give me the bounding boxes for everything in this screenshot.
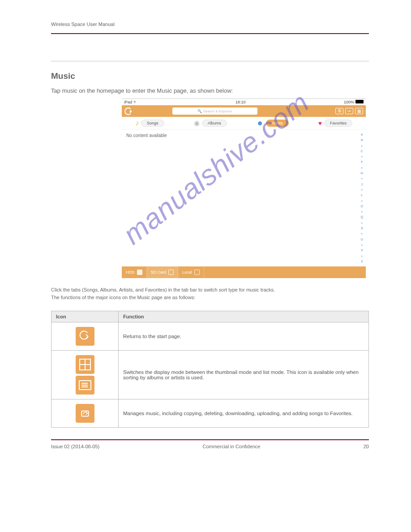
- alpha-item[interactable]: •: [361, 254, 363, 257]
- alpha-item[interactable]: •: [361, 210, 363, 213]
- section-sub: Tap music on the homepage to enter the M…: [51, 87, 369, 94]
- manage-share-icon: [76, 404, 94, 423]
- share-icon[interactable]: ↪: [345, 108, 353, 114]
- func-cell: Switches the display mode between the th…: [119, 351, 369, 399]
- alpha-item[interactable]: •: [361, 166, 363, 169]
- th-icon: Icon: [51, 311, 119, 322]
- th-func: Function: [119, 311, 369, 322]
- alpha-item[interactable]: •: [361, 221, 363, 224]
- hdd-icon: [137, 270, 142, 275]
- footer-page: 20: [364, 444, 369, 449]
- storage-local[interactable]: Local: [178, 266, 204, 278]
- func-cell: Returns to the start page.: [119, 322, 369, 351]
- storage-sd[interactable]: SD Card: [147, 266, 179, 278]
- alpha-item[interactable]: •: [361, 177, 363, 180]
- storage-sd-label: SD Card: [151, 270, 167, 275]
- grid-view-icon[interactable]: ▦: [355, 108, 363, 114]
- sd-icon: [168, 270, 174, 275]
- alpha-index[interactable]: # A • C • F • H • J • L • O • Q • S • U: [361, 133, 363, 263]
- alpha-item[interactable]: •: [361, 144, 363, 147]
- alpha-item[interactable]: •: [361, 232, 363, 235]
- top-rule: [51, 33, 369, 34]
- battery-label: 100%: [344, 100, 354, 104]
- alpha-item[interactable]: #: [361, 133, 363, 136]
- table-row: Returns to the start page.: [51, 322, 369, 351]
- func-cell: Manages music, including copying, deleti…: [119, 399, 369, 428]
- alpha-item[interactable]: •: [361, 188, 363, 191]
- search-input[interactable]: 🔍 Search & Explorer: [172, 107, 257, 115]
- alpha-item[interactable]: L: [361, 193, 363, 197]
- alpha-item[interactable]: •: [361, 243, 363, 246]
- back-icon[interactable]: [124, 107, 132, 115]
- status-bar: iPad ᯤ 18:10 100%: [122, 99, 366, 105]
- artist-icon: ☻: [257, 119, 264, 127]
- back-button-icon: [76, 327, 94, 346]
- alpha-item[interactable]: O: [361, 205, 363, 208]
- alpha-item[interactable]: F: [361, 160, 363, 163]
- wifi-icon: ᯤ: [133, 100, 137, 104]
- disc-icon: ◉: [194, 119, 200, 127]
- alpha-item[interactable]: Z: [361, 260, 363, 263]
- app-top-bar: 🔍 Search & Explorer ⦿ ↪ ▦: [122, 105, 366, 117]
- doc-title: Wireless Space User Manual: [51, 21, 115, 27]
- music-note-icon: ♪: [135, 119, 139, 127]
- footer-copyright: Commercial in Confidence: [202, 444, 260, 449]
- battery-icon: [355, 100, 364, 103]
- alpha-item[interactable]: J: [361, 183, 363, 186]
- heart-icon: ♥: [318, 120, 322, 127]
- tab-favorites[interactable]: Favorites: [324, 120, 352, 127]
- status-time: 18:10: [235, 100, 246, 104]
- content-area: No content available # A • C • F • H • J…: [122, 129, 366, 266]
- alpha-item[interactable]: •: [361, 155, 363, 158]
- list-mode-icon: [76, 376, 94, 395]
- grid-mode-icon: [76, 355, 94, 374]
- alpha-item[interactable]: •: [361, 199, 363, 202]
- note-after: Click the tabs (Songs, Albums, Artists, …: [51, 286, 369, 301]
- grey-rule: [51, 61, 369, 61]
- alpha-item[interactable]: S: [361, 227, 363, 230]
- alpha-item[interactable]: Q: [361, 215, 363, 219]
- alpha-item[interactable]: H: [361, 172, 363, 175]
- tab-albums[interactable]: Albums: [202, 120, 227, 127]
- storage-local-label: Local: [182, 270, 192, 275]
- tab-row: ♪Songs ◉Albums ☻Artists ♥Favorites: [122, 117, 366, 129]
- section-title: Music: [51, 71, 369, 81]
- now-playing-icon[interactable]: ⦿: [335, 108, 343, 114]
- storage-bar: HDD SD Card Local: [122, 266, 366, 278]
- app-screenshot: iPad ᯤ 18:10 100% 🔍 Search & Explorer ⦿ …: [122, 99, 366, 278]
- alpha-item[interactable]: A: [361, 138, 363, 142]
- tab-songs[interactable]: Songs: [141, 120, 164, 127]
- phone-icon: [194, 270, 200, 275]
- alpha-item[interactable]: X: [361, 249, 363, 252]
- footer-issue: Issue 02 (2014-08-05): [51, 444, 99, 449]
- search-placeholder: Search & Explorer: [203, 109, 232, 113]
- alpha-item[interactable]: U: [361, 238, 363, 241]
- empty-label: No content available: [126, 133, 167, 138]
- search-icon: 🔍: [197, 109, 202, 113]
- icon-table: Icon Function Returns to the start page.…: [51, 311, 369, 428]
- table-row: Switches the display mode between the th…: [51, 351, 369, 399]
- storage-hdd-label: HDD: [126, 270, 135, 275]
- bottom-rule: [51, 439, 369, 440]
- footer: Issue 02 (2014-08-05) Commercial in Conf…: [51, 444, 369, 449]
- alpha-item[interactable]: C: [361, 150, 363, 153]
- storage-hdd[interactable]: HDD: [122, 266, 147, 278]
- table-row: Manages music, including copying, deleti…: [51, 399, 369, 428]
- carrier-label: iPad: [124, 100, 132, 104]
- tab-artists[interactable]: Artists: [266, 120, 289, 127]
